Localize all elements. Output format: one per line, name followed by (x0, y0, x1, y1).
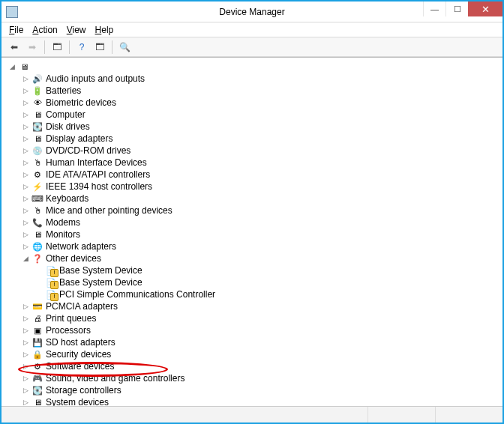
tree-node[interactable]: ▷💿DVD/CD-ROM drives (21, 145, 501, 157)
tree-node[interactable]: ▷🔋Batteries (21, 85, 501, 97)
category-icon: 💳 (32, 301, 44, 312)
tree-node[interactable]: ▷🖱Human Interface Devices (21, 157, 501, 169)
menu-help[interactable]: Help (95, 25, 114, 35)
expander-icon[interactable]: ▷ (21, 338, 30, 347)
tree-node[interactable]: ▷🔊Audio inputs and outputs (21, 73, 501, 85)
tree-node[interactable]: ▷📞Modems (21, 216, 501, 228)
scan-hardware-button[interactable]: 🔍 (116, 39, 133, 55)
window-controls: — ☐ ✕ (423, 1, 502, 22)
expander-icon[interactable]: ▷ (21, 314, 30, 323)
tree-node[interactable]: ▷⚙IDE ATA/ATAPI controllers (21, 169, 501, 181)
tree-node[interactable]: ▷🖥Display adapters (21, 133, 501, 145)
arrow-right-icon: ➡ (28, 42, 36, 52)
expander-icon[interactable]: ▷ (21, 218, 30, 227)
tree-node[interactable]: ▷🖥Monitors (21, 228, 501, 240)
category-icon: ▣ (32, 325, 44, 336)
tree-node[interactable]: ▷⚡IEEE 1394 host controllers (21, 181, 501, 193)
tree-node-label: SD host adapters (46, 336, 116, 348)
expander-icon[interactable]: ▷ (21, 98, 30, 107)
expander-icon[interactable]: ▷ (21, 242, 30, 251)
menu-view[interactable]: View (67, 25, 86, 35)
tree-node[interactable]: ▷💽Storage controllers (21, 384, 501, 396)
tree-node-label: Print queues (46, 312, 96, 324)
expander-icon[interactable]: ▷ (21, 146, 30, 155)
tree-root-node[interactable]: ◢🖥▷🔊Audio inputs and outputs▷🔋Batteries▷… (8, 61, 501, 406)
expander-icon[interactable]: ▷ (21, 86, 30, 95)
category-icon: 🔒 (32, 349, 44, 360)
tree-node-label: Modems (46, 216, 80, 228)
category-icon: 💾 (32, 337, 44, 348)
tree-node[interactable]: 📄Base System Device (34, 264, 501, 276)
tree-node-label: Base System Device (59, 276, 142, 288)
category-icon: 👁 (32, 97, 44, 108)
device-warning-icon: 📄 (45, 277, 57, 288)
expander-icon[interactable]: ▷ (21, 194, 30, 203)
category-icon: 💽 (32, 121, 44, 132)
tree-node[interactable]: ▷🖱Mice and other pointing devices (21, 205, 501, 216)
tree-node[interactable]: ▷🔒Security devices (21, 348, 501, 360)
tree-node[interactable]: 📄PCI Simple Communications Controller (34, 288, 501, 300)
tree-node[interactable]: ▷💾SD host adapters (21, 336, 501, 348)
expander-icon[interactable]: ▷ (21, 122, 30, 131)
tree-node[interactable]: 📄Base System Device (34, 276, 501, 288)
minimize-button[interactable]: — (423, 1, 446, 16)
expander-icon[interactable]: ▷ (21, 230, 30, 239)
tree-node-label: Mice and other pointing devices (46, 205, 172, 216)
menu-action[interactable]: Action (32, 25, 57, 35)
expander-icon[interactable]: ▷ (21, 134, 30, 143)
expander-icon[interactable]: ▷ (21, 374, 30, 383)
show-hide-tree-button[interactable]: 🗔 (49, 39, 65, 55)
tree-node[interactable]: ▷👁Biometric devices (21, 97, 501, 109)
expander-icon[interactable]: ▷ (21, 398, 30, 406)
expander-icon (34, 290, 44, 299)
forward-button[interactable]: ➡ (24, 39, 40, 55)
tree-node[interactable]: ▷⌨Keyboards (21, 193, 501, 205)
tree-node-label: Software devices (46, 360, 114, 372)
menu-file[interactable]: File (9, 25, 23, 35)
category-icon: 🔋 (32, 85, 44, 96)
expander-icon[interactable]: ▷ (21, 74, 30, 83)
tree-node[interactable]: ▷🎮Sound, video and game controllers (21, 372, 501, 384)
expander-icon[interactable]: ▷ (21, 362, 30, 371)
tree-node[interactable]: ▷🖥Computer (21, 109, 501, 121)
tree-node[interactable]: ▷💳PCMCIA adapters (21, 300, 501, 312)
tree-node[interactable]: ▷🖨Print queues (21, 312, 501, 324)
tree-node-label: Security devices (46, 348, 111, 360)
category-icon: 💿 (32, 145, 44, 156)
expander-icon[interactable]: ▷ (21, 158, 30, 167)
expander-icon[interactable]: ▷ (21, 350, 30, 359)
expander-icon[interactable]: ◢ (21, 254, 30, 263)
expander-icon[interactable]: ▷ (21, 182, 30, 191)
tree-node[interactable]: ▷💽Disk drives (21, 121, 501, 133)
tree-node-label: PCMCIA adapters (46, 300, 118, 312)
tree-node[interactable]: ▷🌐Network adapters (21, 240, 501, 252)
tree-node[interactable]: ▷⚙Software devices (21, 360, 501, 372)
properties-button[interactable]: 🗔 (92, 39, 108, 55)
tree-node[interactable]: ▷▣Processors (21, 324, 501, 336)
expander-icon[interactable]: ▷ (21, 110, 30, 119)
device-warning-icon: 📄 (45, 265, 57, 276)
category-icon: 🖱 (32, 157, 44, 168)
tree-node-label: PCI Simple Communications Controller (59, 288, 215, 300)
close-button[interactable]: ✕ (468, 1, 502, 16)
computer-icon: 🖥 (18, 61, 30, 72)
category-icon: ⚙ (32, 169, 44, 180)
expander-icon[interactable]: ▷ (21, 386, 30, 395)
tree-node-label: Network adapters (46, 240, 116, 252)
expander-icon[interactable]: ▷ (21, 302, 30, 311)
category-icon: 🎮 (32, 373, 44, 384)
tree-node[interactable]: ▷🖥System devices (21, 396, 501, 406)
tree-node-label: IDE ATA/ATAPI controllers (46, 169, 150, 181)
category-icon: 🖥 (32, 229, 44, 240)
expander-icon[interactable]: ▷ (21, 326, 30, 335)
expander-icon[interactable]: ◢ (8, 62, 16, 71)
expander-icon[interactable]: ▷ (21, 206, 30, 215)
category-icon: 📞 (32, 217, 44, 228)
back-button[interactable]: ⬅ (6, 39, 22, 55)
device-warning-icon: 📄 (45, 289, 57, 300)
expander-icon[interactable]: ▷ (21, 170, 30, 179)
maximize-button[interactable]: ☐ (446, 1, 468, 16)
help-button[interactable]: ? (74, 39, 90, 55)
tree-node[interactable]: ◢❓Other devices📄Base System Device📄Base … (21, 252, 501, 300)
category-icon: 🖨 (32, 313, 44, 324)
